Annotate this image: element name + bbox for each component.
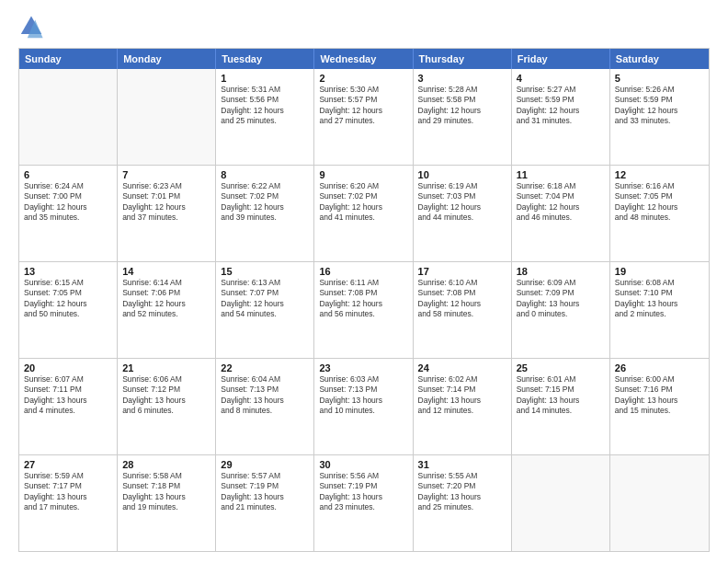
calendar-cell: 4Sunrise: 5:27 AM Sunset: 5:59 PM Daylig…: [512, 69, 610, 165]
cell-date: 10: [418, 169, 506, 180]
calendar-cell: 17Sunrise: 6:10 AM Sunset: 7:08 PM Dayli…: [414, 262, 512, 358]
day-header-friday: Friday: [512, 49, 610, 69]
header-area: [18, 15, 710, 40]
cell-date: 8: [221, 169, 309, 180]
cell-date: 25: [517, 362, 605, 373]
cell-date: 30: [319, 459, 407, 470]
calendar-cell: 25Sunrise: 6:01 AM Sunset: 7:15 PM Dayli…: [512, 359, 610, 454]
cell-info: Sunrise: 5:27 AM Sunset: 5:59 PM Dayligh…: [517, 85, 605, 127]
cell-date: 3: [418, 73, 506, 84]
cell-date: 20: [24, 362, 112, 373]
day-headers: SundayMondayTuesdayWednesdayThursdayFrid…: [19, 49, 709, 69]
cell-date: 4: [517, 73, 605, 84]
cell-info: Sunrise: 6:16 AM Sunset: 7:05 PM Dayligh…: [615, 181, 704, 224]
calendar-cell: 9Sunrise: 6:20 AM Sunset: 7:02 PM Daylig…: [314, 166, 413, 261]
calendar-row-4: 27Sunrise: 5:59 AM Sunset: 7:17 PM Dayli…: [19, 454, 709, 551]
cell-date: 14: [122, 266, 210, 277]
cell-info: Sunrise: 5:56 AM Sunset: 7:19 PM Dayligh…: [319, 471, 407, 513]
cell-info: Sunrise: 5:57 AM Sunset: 7:19 PM Dayligh…: [221, 471, 309, 513]
cell-info: Sunrise: 6:19 AM Sunset: 7:03 PM Dayligh…: [418, 181, 506, 224]
cell-info: Sunrise: 6:22 AM Sunset: 7:02 PM Dayligh…: [221, 181, 309, 224]
cell-info: Sunrise: 6:01 AM Sunset: 7:15 PM Dayligh…: [517, 374, 605, 417]
calendar-cell: 11Sunrise: 6:18 AM Sunset: 7:04 PM Dayli…: [512, 166, 610, 261]
calendar-cell: 29Sunrise: 5:57 AM Sunset: 7:19 PM Dayli…: [216, 455, 314, 551]
calendar-cell: 31Sunrise: 5:55 AM Sunset: 7:20 PM Dayli…: [414, 455, 512, 551]
calendar-cell: [118, 69, 216, 165]
cell-date: 27: [24, 459, 112, 470]
calendar-cell: 14Sunrise: 6:14 AM Sunset: 7:06 PM Dayli…: [118, 262, 216, 358]
cell-info: Sunrise: 5:26 AM Sunset: 5:59 PM Dayligh…: [615, 85, 704, 127]
cell-info: Sunrise: 6:00 AM Sunset: 7:16 PM Dayligh…: [615, 374, 704, 417]
calendar-cell: 3Sunrise: 5:28 AM Sunset: 5:58 PM Daylig…: [414, 69, 512, 165]
cell-date: 23: [319, 362, 407, 373]
calendar-cell: 5Sunrise: 5:26 AM Sunset: 5:59 PM Daylig…: [610, 69, 709, 165]
cell-info: Sunrise: 6:07 AM Sunset: 7:11 PM Dayligh…: [24, 374, 112, 417]
calendar-cell: [19, 69, 118, 165]
calendar-cell: 21Sunrise: 6:06 AM Sunset: 7:12 PM Dayli…: [118, 359, 216, 454]
cell-date: 29: [221, 459, 309, 470]
cell-info: Sunrise: 5:58 AM Sunset: 7:18 PM Dayligh…: [122, 471, 210, 513]
calendar-cell: 19Sunrise: 6:08 AM Sunset: 7:10 PM Dayli…: [610, 262, 709, 358]
calendar-cell: 20Sunrise: 6:07 AM Sunset: 7:11 PM Dayli…: [19, 359, 118, 454]
day-header-thursday: Thursday: [414, 49, 512, 69]
cell-date: 5: [615, 73, 704, 84]
cell-date: 2: [319, 73, 407, 84]
calendar-cell: 26Sunrise: 6:00 AM Sunset: 7:16 PM Dayli…: [610, 359, 709, 454]
cell-info: Sunrise: 6:09 AM Sunset: 7:09 PM Dayligh…: [517, 278, 605, 320]
cell-info: Sunrise: 6:08 AM Sunset: 7:10 PM Dayligh…: [615, 278, 704, 320]
calendar: SundayMondayTuesdayWednesdayThursdayFrid…: [18, 48, 710, 552]
calendar-cell: 16Sunrise: 6:11 AM Sunset: 7:08 PM Dayli…: [314, 262, 413, 358]
calendar-cell: 22Sunrise: 6:04 AM Sunset: 7:13 PM Dayli…: [216, 359, 314, 454]
calendar-cell: 13Sunrise: 6:15 AM Sunset: 7:05 PM Dayli…: [19, 262, 118, 358]
cell-date: 15: [221, 266, 309, 277]
calendar-cell: 6Sunrise: 6:24 AM Sunset: 7:00 PM Daylig…: [19, 166, 118, 261]
logo: [18, 15, 48, 40]
day-header-sunday: Sunday: [19, 49, 118, 69]
day-header-saturday: Saturday: [610, 49, 709, 69]
cell-date: 16: [319, 266, 407, 277]
day-header-monday: Monday: [118, 49, 216, 69]
cell-info: Sunrise: 6:06 AM Sunset: 7:12 PM Dayligh…: [122, 374, 210, 417]
calendar-cell: 24Sunrise: 6:02 AM Sunset: 7:14 PM Dayli…: [414, 359, 512, 454]
calendar-cell: 12Sunrise: 6:16 AM Sunset: 7:05 PM Dayli…: [610, 166, 709, 261]
calendar-row-2: 13Sunrise: 6:15 AM Sunset: 7:05 PM Dayli…: [19, 261, 709, 358]
cell-date: 19: [615, 266, 704, 277]
cell-info: Sunrise: 6:11 AM Sunset: 7:08 PM Dayligh…: [319, 278, 407, 320]
cell-date: 24: [418, 362, 506, 373]
day-header-wednesday: Wednesday: [314, 49, 413, 69]
calendar-row-3: 20Sunrise: 6:07 AM Sunset: 7:11 PM Dayli…: [19, 358, 709, 454]
calendar-cell: 27Sunrise: 5:59 AM Sunset: 7:17 PM Dayli…: [19, 455, 118, 551]
calendar-cell: 10Sunrise: 6:19 AM Sunset: 7:03 PM Dayli…: [414, 166, 512, 261]
calendar-row-0: 1Sunrise: 5:31 AM Sunset: 5:56 PM Daylig…: [19, 69, 709, 165]
cell-info: Sunrise: 6:04 AM Sunset: 7:13 PM Dayligh…: [221, 374, 309, 417]
calendar-cell: [610, 455, 709, 551]
cell-date: 11: [517, 169, 605, 180]
cell-date: 7: [122, 169, 210, 180]
calendar-row-1: 6Sunrise: 6:24 AM Sunset: 7:00 PM Daylig…: [19, 165, 709, 261]
cell-info: Sunrise: 5:59 AM Sunset: 7:17 PM Dayligh…: [24, 471, 112, 513]
cell-info: Sunrise: 6:18 AM Sunset: 7:04 PM Dayligh…: [517, 181, 605, 224]
cell-date: 26: [615, 362, 704, 373]
calendar-cell: 2Sunrise: 5:30 AM Sunset: 5:57 PM Daylig…: [314, 69, 413, 165]
cell-info: Sunrise: 5:30 AM Sunset: 5:57 PM Dayligh…: [319, 85, 407, 127]
cell-info: Sunrise: 6:20 AM Sunset: 7:02 PM Dayligh…: [319, 181, 407, 224]
calendar-cell: 18Sunrise: 6:09 AM Sunset: 7:09 PM Dayli…: [512, 262, 610, 358]
calendar-cell: 23Sunrise: 6:03 AM Sunset: 7:13 PM Dayli…: [314, 359, 413, 454]
cell-date: 9: [319, 169, 407, 180]
page: SundayMondayTuesdayWednesdayThursdayFrid…: [0, 0, 728, 563]
cell-date: 21: [122, 362, 210, 373]
cell-date: 6: [24, 169, 112, 180]
logo-icon: [18, 15, 44, 40]
calendar-cell: 28Sunrise: 5:58 AM Sunset: 7:18 PM Dayli…: [118, 455, 216, 551]
cell-info: Sunrise: 6:13 AM Sunset: 7:07 PM Dayligh…: [221, 278, 309, 320]
cell-info: Sunrise: 6:14 AM Sunset: 7:06 PM Dayligh…: [122, 278, 210, 320]
day-header-tuesday: Tuesday: [216, 49, 314, 69]
calendar-cell: 30Sunrise: 5:56 AM Sunset: 7:19 PM Dayli…: [314, 455, 413, 551]
calendar-cell: 7Sunrise: 6:23 AM Sunset: 7:01 PM Daylig…: [118, 166, 216, 261]
calendar-body: 1Sunrise: 5:31 AM Sunset: 5:56 PM Daylig…: [19, 69, 709, 551]
cell-date: 18: [517, 266, 605, 277]
cell-date: 1: [221, 73, 309, 84]
cell-info: Sunrise: 6:24 AM Sunset: 7:00 PM Dayligh…: [24, 181, 112, 224]
cell-info: Sunrise: 6:15 AM Sunset: 7:05 PM Dayligh…: [24, 278, 112, 320]
cell-info: Sunrise: 6:02 AM Sunset: 7:14 PM Dayligh…: [418, 374, 506, 417]
